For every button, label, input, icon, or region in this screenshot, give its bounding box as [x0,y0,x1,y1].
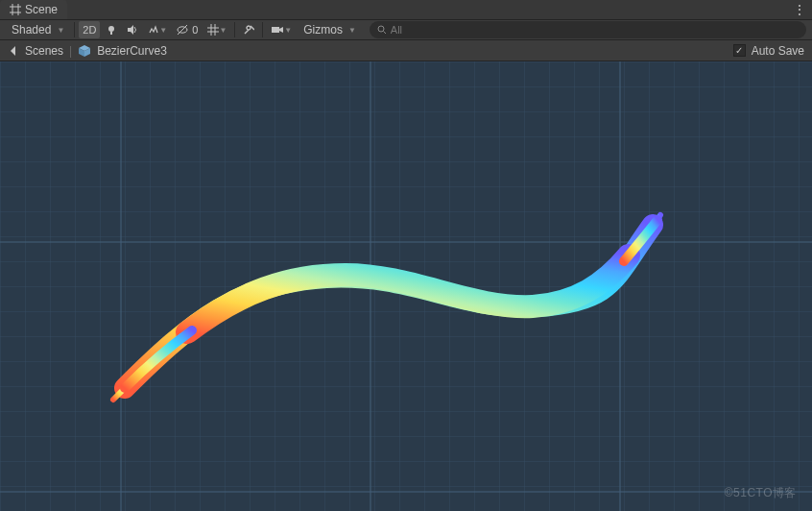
watermark: ©51CTO博客 [725,485,797,501]
tab-scene[interactable]: Scene [0,0,67,19]
chevron-down-icon: ▼ [159,26,167,35]
render-mode-dropdown[interactable]: Shaded ▼ [6,21,70,38]
chevron-down-icon: ▼ [57,26,64,35]
svg-line-13 [251,26,254,30]
svg-marker-6 [128,25,133,35]
fx-toggle-icon[interactable]: ▼ [144,21,171,38]
breadcrumb-root[interactable]: Scenes [25,44,63,58]
hidden-count: 0 [192,24,198,36]
breadcrumb-separator: | [69,44,72,58]
search-field[interactable] [391,24,799,36]
scene-toolbar: Shaded ▼ 2D ▼ 0 ▼ ▼ Gizmos ▼ [0,19,812,40]
svg-marker-15 [279,27,283,33]
svg-line-17 [383,32,386,35]
gizmos-label: Gizmos [303,23,343,36]
tab-menu-icon[interactable]: ⋮ [793,2,806,17]
chevron-down-icon: ▼ [219,26,227,35]
2d-toggle[interactable]: 2D [79,21,100,38]
bezier-curve [0,61,812,511]
scene-viewport[interactable]: ©51CTO博客 [0,61,812,511]
search-icon [377,25,387,35]
gizmos-dropdown[interactable]: Gizmos ▼ [298,21,362,38]
tab-row: Scene ⋮ [0,0,812,19]
svg-rect-5 [110,32,112,35]
svg-point-16 [378,26,384,32]
breadcrumb-item[interactable]: BezierCurve3 [97,44,167,58]
separator [74,22,75,37]
grid-icon [10,4,21,15]
separator [234,22,235,37]
audio-toggle-icon[interactable] [123,21,142,38]
cube-icon [78,44,91,58]
chevron-down-icon: ▼ [348,26,356,35]
grid-visibility-icon[interactable]: ▼ [203,21,230,38]
tab-label: Scene [25,3,58,16]
separator [262,22,263,37]
svg-marker-18 [11,46,15,56]
svg-point-4 [108,26,114,32]
svg-rect-14 [272,27,279,33]
render-mode-label: Shaded [12,23,51,36]
lighting-toggle-icon[interactable] [102,21,121,38]
camera-icon[interactable]: ▼ [267,21,296,38]
tools-icon[interactable] [239,21,258,38]
search-input[interactable] [370,21,806,38]
hidden-objects-icon[interactable]: 0 [173,21,202,38]
chevron-down-icon: ▼ [284,26,292,35]
breadcrumb-bar: Scenes | BezierCurve3 ✓ Auto Save [0,40,812,61]
autosave-label: Auto Save [752,44,804,58]
back-icon[interactable] [8,45,19,57]
autosave-checkbox[interactable]: ✓ [733,44,746,57]
